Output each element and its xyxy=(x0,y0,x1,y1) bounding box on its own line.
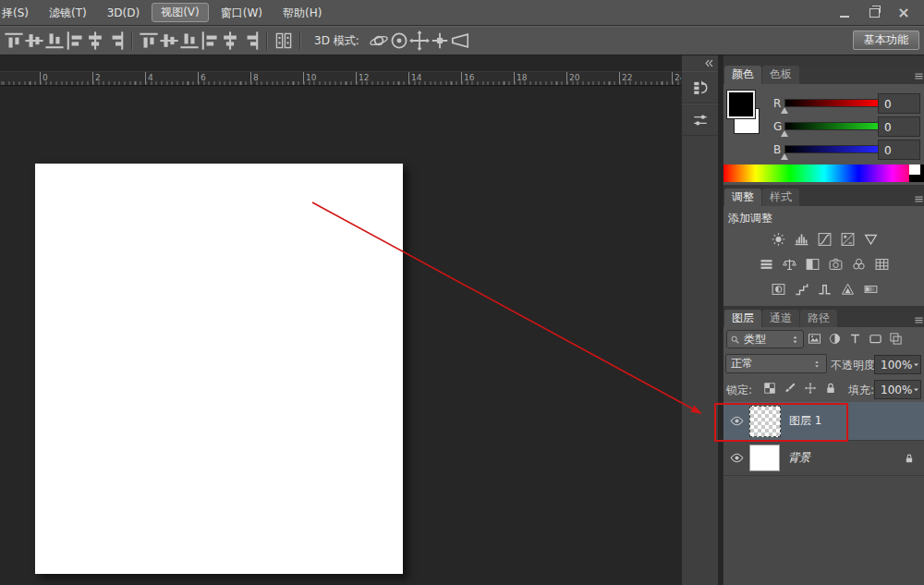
history-panel-button[interactable] xyxy=(682,71,718,104)
visibility-toggle[interactable] xyxy=(723,451,749,465)
layers-tab-0[interactable]: 图层 xyxy=(724,310,761,328)
ramp-black-swatch[interactable] xyxy=(909,175,924,182)
adjustments-tab-0[interactable]: 调整 xyxy=(724,189,761,207)
opacity-value-field[interactable]: 100% xyxy=(874,355,921,374)
layer-thumbnail[interactable] xyxy=(749,406,781,437)
channel-mixer-adjustment-button[interactable] xyxy=(851,256,868,273)
ramp-black-swatch[interactable] xyxy=(920,165,924,175)
vibrance-adjustment-button[interactable] xyxy=(862,231,879,248)
black-white-adjustment-button[interactable] xyxy=(805,256,821,273)
align-top-button[interactable] xyxy=(139,30,159,52)
distribute-horizontal-button[interactable] xyxy=(274,30,294,52)
align-left-button[interactable] xyxy=(200,30,220,52)
align-vcenter-button[interactable] xyxy=(159,30,179,52)
lock-all-button[interactable] xyxy=(823,380,838,396)
posterize-adjustment-button[interactable] xyxy=(793,281,809,298)
G-value-field[interactable]: 0 xyxy=(878,116,920,137)
color-balance-adjustment-button[interactable] xyxy=(782,256,798,273)
close-button[interactable]: × xyxy=(889,0,918,25)
lock-position-icon xyxy=(804,382,817,395)
G-slider-track[interactable] xyxy=(784,122,879,130)
G-slider-row: G0 xyxy=(723,118,924,140)
distribute-hcenter-button[interactable] xyxy=(85,30,105,52)
brightness-contrast-adjustment-button[interactable] xyxy=(770,231,786,248)
properties-panel-button[interactable] xyxy=(682,104,718,136)
exposure-adjustment-button[interactable] xyxy=(839,231,856,248)
layer-filter-type-dropdown[interactable]: 类型 xyxy=(726,330,804,348)
align-right-button[interactable] xyxy=(240,30,261,52)
scale-3d-button[interactable] xyxy=(450,30,470,52)
slider-thumb[interactable] xyxy=(781,130,788,137)
layer-name[interactable]: 背景 xyxy=(788,450,810,466)
menu-item-1[interactable]: 滤镜(T) xyxy=(39,1,97,25)
adjustment-filter-button[interactable] xyxy=(827,331,843,347)
panel-menu-icon[interactable] xyxy=(914,315,924,325)
color-lookup-adjustment-button[interactable] xyxy=(874,256,891,273)
orbit-3d-button[interactable] xyxy=(369,30,389,52)
panel-menu-icon[interactable] xyxy=(914,194,924,204)
scale-3d-icon xyxy=(450,30,470,51)
menu-item-3[interactable]: 视图(V) xyxy=(152,3,209,22)
menu-item-2[interactable]: 3D(D) xyxy=(97,1,150,25)
menu-item-5[interactable]: 帮助(H) xyxy=(273,1,332,25)
workspace-switcher-button[interactable]: 基本功能 xyxy=(853,30,919,50)
adjustments-tab-1[interactable]: 样式 xyxy=(762,189,799,207)
ramp-white-swatch[interactable] xyxy=(909,165,920,175)
gradient-map-adjustment-button[interactable] xyxy=(862,281,879,298)
hue-saturation-icon xyxy=(759,257,774,272)
distribute-vcenter-button[interactable] xyxy=(24,30,44,52)
exposure-icon xyxy=(840,232,856,247)
expand-panels-button[interactable] xyxy=(682,55,718,71)
threshold-adjustment-button[interactable] xyxy=(816,281,833,298)
layers-list: 图层 1背景 xyxy=(723,402,924,585)
lock-transparent-button[interactable] xyxy=(762,380,777,396)
layers-tab-1[interactable]: 通道 xyxy=(762,310,799,328)
pixel-filter-button[interactable] xyxy=(807,331,822,347)
layer-name[interactable]: 图层 1 xyxy=(789,413,821,429)
lock-pixels-button[interactable] xyxy=(783,380,797,396)
slide-3d-button[interactable] xyxy=(430,30,450,52)
visibility-toggle[interactable] xyxy=(723,414,749,428)
smart-object-filter-button[interactable] xyxy=(888,331,904,347)
slider-thumb[interactable] xyxy=(781,107,788,114)
minimize-button[interactable] xyxy=(830,0,859,25)
levels-adjustment-button[interactable] xyxy=(793,231,809,248)
color-tab-0[interactable]: 颜色 xyxy=(724,66,761,84)
layer-row-0[interactable]: 图层 1 xyxy=(723,402,924,441)
invert-adjustment-button[interactable] xyxy=(770,281,786,298)
B-slider-track[interactable] xyxy=(784,145,879,153)
align-bottom-button[interactable] xyxy=(179,30,200,52)
panel-menu-icon[interactable] xyxy=(914,71,924,81)
selective-color-adjustment-button[interactable] xyxy=(839,281,856,298)
align-hcenter-button[interactable] xyxy=(220,30,240,52)
slider-thumb[interactable] xyxy=(781,153,788,160)
type-filter-button[interactable] xyxy=(847,331,863,347)
layer-thumbnail[interactable] xyxy=(749,445,780,471)
distribute-left-button[interactable] xyxy=(65,30,85,52)
distribute-top-button[interactable] xyxy=(4,30,24,52)
layer-row-1[interactable]: 背景 xyxy=(723,441,924,476)
fill-value-field[interactable]: 100% xyxy=(874,380,921,399)
photo-filter-adjustment-button[interactable] xyxy=(828,256,845,273)
distribute-bottom-button[interactable] xyxy=(44,30,65,52)
color-tab-1[interactable]: 色板 xyxy=(762,66,799,84)
R-value-field[interactable]: 0 xyxy=(878,93,920,114)
layers-tab-2[interactable]: 路径 xyxy=(800,310,837,328)
type-filter-icon xyxy=(848,332,862,346)
menu-item-4[interactable]: 窗口(W) xyxy=(211,1,273,25)
document-canvas[interactable] xyxy=(35,164,403,574)
R-slider-track[interactable] xyxy=(784,99,879,107)
lock-position-button[interactable] xyxy=(803,380,818,396)
opacity-label: 不透明度: xyxy=(831,358,879,373)
roll-3d-button[interactable] xyxy=(389,30,409,52)
B-value-field[interactable]: 0 xyxy=(878,140,920,160)
hue-saturation-adjustment-button[interactable] xyxy=(759,256,775,273)
blend-mode-dropdown[interactable]: 正常 xyxy=(725,354,827,373)
menu-item-0[interactable]: 择(S) xyxy=(0,1,39,25)
curves-adjustment-button[interactable] xyxy=(816,231,833,248)
distribute-right-button[interactable] xyxy=(105,30,126,52)
drag-3d-button[interactable] xyxy=(409,30,430,52)
restore-button[interactable] xyxy=(859,0,889,25)
color-spectrum-ramp[interactable] xyxy=(723,165,924,182)
shape-filter-button[interactable] xyxy=(868,331,883,347)
